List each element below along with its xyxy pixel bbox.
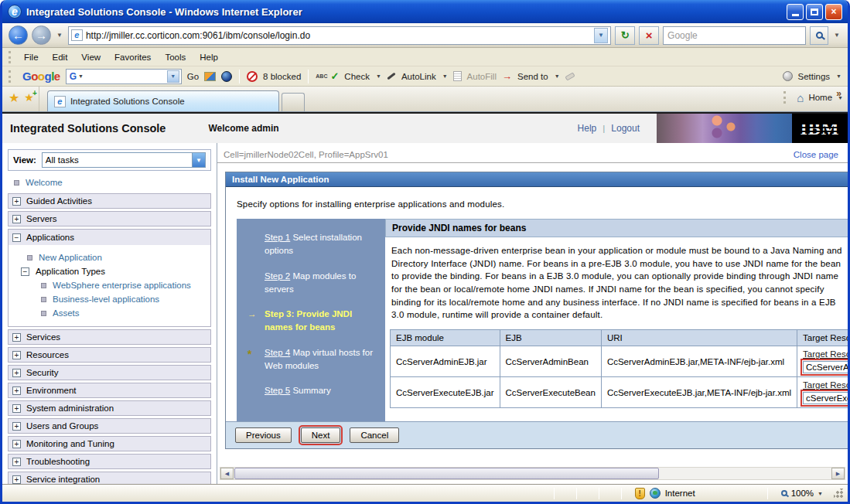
sidebar-section-troubleshooting[interactable]: + Troubleshooting bbox=[8, 454, 211, 469]
sidebar-section-guided-activities[interactable]: + Guided Activities bbox=[8, 193, 211, 209]
chevron-down-icon[interactable]: ▼ bbox=[78, 73, 84, 79]
sidebar-section-monitoring-and-tuning[interactable]: + Monitoring and Tuning bbox=[8, 436, 211, 451]
welcome-link[interactable]: Welcome bbox=[26, 178, 63, 187]
zoom-control[interactable]: 100% ▼ bbox=[781, 489, 823, 498]
step-5-link[interactable]: Step 5 bbox=[265, 386, 290, 395]
expand-icon[interactable]: + bbox=[12, 475, 21, 484]
websphere-enterprise-applications-link[interactable]: WebSphere enterprise applications bbox=[53, 281, 191, 290]
blocked-count[interactable]: 8 blocked bbox=[263, 72, 301, 81]
previous-button[interactable]: Previous bbox=[235, 427, 292, 443]
address-input[interactable] bbox=[86, 30, 591, 41]
expand-icon[interactable]: + bbox=[12, 440, 21, 448]
sidebar-section-security[interactable]: + Security bbox=[8, 365, 211, 380]
expand-icon[interactable]: + bbox=[12, 351, 21, 359]
settings-button[interactable]: Settings bbox=[798, 72, 831, 81]
tab-integrated-solutions-console[interactable]: e Integrated Solutions Console bbox=[47, 90, 279, 111]
target-jndi-input-execute[interactable] bbox=[803, 392, 848, 404]
search-box[interactable] bbox=[663, 26, 806, 45]
chevron-down-icon[interactable]: ▼ bbox=[836, 73, 841, 79]
menu-help[interactable]: Help bbox=[193, 50, 225, 64]
business-level-applications-link[interactable]: Business-level applications bbox=[53, 295, 159, 304]
send-to-button[interactable]: Send to bbox=[517, 72, 548, 81]
sidebar-item-new-application[interactable]: New Application bbox=[9, 250, 210, 264]
protected-mode-icon[interactable]: ! bbox=[635, 488, 645, 499]
go-button[interactable]: Go bbox=[187, 72, 199, 81]
search-input[interactable] bbox=[667, 30, 801, 41]
step-1-link[interactable]: Step 1 bbox=[265, 233, 290, 242]
home-icon[interactable]: ⌂ bbox=[797, 91, 804, 104]
help-link[interactable]: Help bbox=[578, 123, 597, 134]
resize-grip[interactable] bbox=[834, 489, 843, 498]
expand-icon[interactable]: + bbox=[12, 333, 21, 342]
new-application-link[interactable]: New Application bbox=[39, 253, 102, 262]
new-tab-button[interactable] bbox=[282, 93, 305, 111]
expand-icon[interactable]: + bbox=[12, 215, 21, 223]
assets-link[interactable]: Assets bbox=[53, 308, 80, 318]
favorites-star-icon[interactable]: ★ bbox=[9, 90, 19, 105]
step-2-link[interactable]: Step 2 bbox=[265, 271, 290, 281]
close-page-link[interactable]: Close page bbox=[794, 150, 838, 159]
sidebar-section-servers[interactable]: + Servers bbox=[8, 211, 211, 226]
chevron-down-icon[interactable]: ▼ bbox=[376, 73, 381, 79]
close-button[interactable]: × bbox=[825, 4, 842, 20]
autofill-button[interactable]: AutoFill bbox=[467, 72, 497, 81]
target-jndi-input-admin[interactable] bbox=[803, 361, 848, 373]
expand-icon[interactable]: + bbox=[12, 458, 21, 466]
sidebar-item-business-level-applications[interactable]: Business-level applications bbox=[9, 292, 210, 306]
add-favorite-icon[interactable]: ★+ bbox=[24, 91, 34, 104]
earth-icon[interactable] bbox=[221, 71, 232, 82]
scroll-right-icon[interactable]: ▶ bbox=[831, 468, 845, 479]
toolbar-grip[interactable] bbox=[9, 70, 12, 83]
cancel-button[interactable]: Cancel bbox=[350, 427, 399, 443]
toolbar-grip[interactable] bbox=[783, 91, 787, 104]
sidebar-item-welcome[interactable]: Welcome bbox=[14, 178, 211, 187]
chevron-down-icon[interactable]: ▼ bbox=[555, 73, 560, 79]
sidebar-section-environment[interactable]: + Environment bbox=[8, 383, 211, 398]
step-4-link[interactable]: Step 4 bbox=[265, 348, 290, 357]
search-button[interactable] bbox=[810, 26, 828, 45]
menu-favorites[interactable]: Favorites bbox=[108, 50, 158, 64]
chevron-down-icon[interactable]: ▼ bbox=[818, 491, 823, 496]
applications-header[interactable]: − Applications bbox=[9, 230, 210, 245]
expand-icon[interactable]: + bbox=[12, 422, 21, 431]
scroll-left-icon[interactable]: ◀ bbox=[220, 468, 234, 479]
search-options-dropdown[interactable]: ▼ bbox=[832, 32, 841, 39]
google-search-dropdown[interactable]: ▼ bbox=[167, 70, 179, 83]
address-box[interactable]: e ▼ bbox=[68, 26, 611, 45]
expand-icon[interactable]: + bbox=[12, 197, 21, 206]
sidebar-item-application-types[interactable]: − Application Types bbox=[9, 264, 210, 278]
sidebar-item-assets[interactable]: Assets bbox=[9, 306, 210, 320]
scrollbar-thumb[interactable] bbox=[234, 468, 659, 479]
autolink-button[interactable]: AutoLink bbox=[401, 72, 436, 81]
sidebar-section-service-integration[interactable]: + Service integration bbox=[8, 472, 211, 484]
next-button[interactable]: Next bbox=[301, 427, 341, 443]
check-button[interactable]: Check bbox=[344, 72, 370, 81]
google-search-box[interactable]: G ▼ ▼ bbox=[66, 69, 182, 84]
address-dropdown-button[interactable]: ▼ bbox=[594, 28, 608, 43]
back-button[interactable]: ← bbox=[9, 26, 28, 45]
stop-button[interactable]: × bbox=[639, 26, 659, 45]
nav-history-dropdown[interactable]: ▼ bbox=[55, 32, 64, 39]
horizontal-scrollbar[interactable]: ◀ ▶ bbox=[220, 467, 845, 480]
menu-tools[interactable]: Tools bbox=[158, 50, 193, 64]
collapse-icon[interactable]: − bbox=[12, 233, 21, 242]
expand-icon[interactable]: + bbox=[12, 387, 21, 395]
chevron-down-icon[interactable]: ▼ bbox=[442, 73, 448, 79]
menu-view[interactable]: View bbox=[74, 50, 108, 64]
minimize-button[interactable] bbox=[787, 4, 804, 20]
more-toolbars-chevron[interactable]: » bbox=[836, 88, 841, 99]
maximize-button[interactable] bbox=[806, 4, 823, 20]
toolbar-grip[interactable] bbox=[9, 51, 12, 63]
menu-edit[interactable]: Edit bbox=[46, 50, 75, 64]
logout-link[interactable]: Logout bbox=[611, 123, 640, 134]
popup-blocked-icon[interactable] bbox=[247, 71, 258, 82]
sidebar-section-users-and-groups[interactable]: + Users and Groups bbox=[8, 418, 211, 434]
google-g-icon[interactable]: G bbox=[70, 71, 77, 82]
collapse-icon[interactable]: − bbox=[21, 267, 29, 276]
sidebar-section-resources[interactable]: + Resources bbox=[8, 347, 211, 363]
refresh-button[interactable]: ↻ bbox=[615, 26, 635, 45]
highlighter-icon[interactable] bbox=[565, 72, 575, 80]
chevron-down-icon[interactable]: ▼ bbox=[192, 153, 205, 167]
forward-button[interactable]: → bbox=[32, 26, 51, 45]
view-dropdown[interactable]: All tasks ▼ bbox=[42, 152, 206, 168]
